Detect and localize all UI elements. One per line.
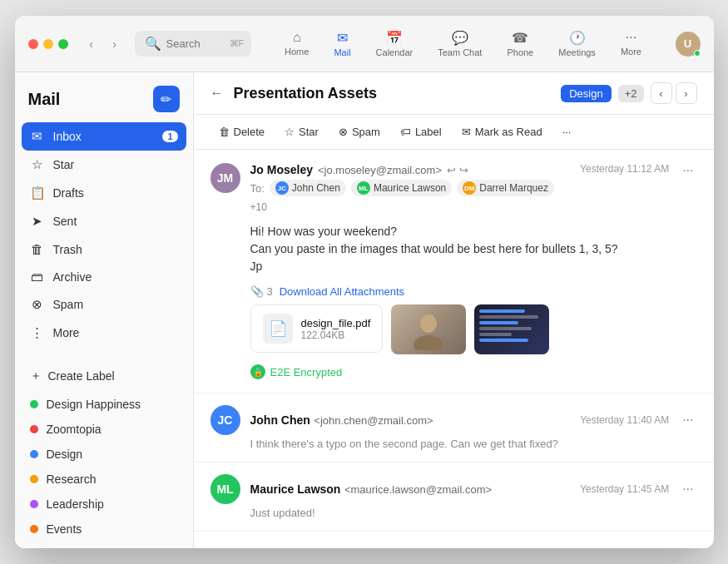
- sidebar-nav: ✉ Inbox 1 ☆ Star 📋 Drafts ➤ Sent 🗑: [15, 122, 193, 347]
- label-item-research[interactable]: Research: [22, 467, 186, 492]
- spam-button[interactable]: ⊗ Spam: [330, 121, 389, 142]
- label-dot-events: [30, 525, 38, 533]
- mark-as-read-button[interactable]: ✉ Mark as Read: [453, 121, 551, 142]
- thumbnail-person: [391, 304, 466, 354]
- file-info: design_file.pdf 122.04KB: [301, 317, 371, 341]
- label-item-design-happiness[interactable]: Design Happiness: [22, 392, 186, 417]
- email-1-sender-name: Jo Moseley: [250, 163, 313, 176]
- label-dot-design: [30, 450, 38, 458]
- email-2-avatar: JC: [210, 405, 240, 435]
- sidebar-item-archive[interactable]: 🗃 Archive: [22, 263, 186, 290]
- label-label: Label: [415, 126, 442, 138]
- email-2-initials: JC: [218, 413, 233, 427]
- sidebar-header: Mail ✏: [15, 86, 193, 122]
- content-header: ← Presentation Assets Design +2 ‹ ›: [194, 72, 714, 115]
- compose-button[interactable]: ✏: [153, 86, 180, 112]
- thread-title: Presentation Assets: [234, 85, 377, 102]
- plus-tag-badge: +2: [618, 85, 644, 102]
- sidebar-item-sent[interactable]: ➤ Sent: [22, 207, 186, 235]
- sidebar-item-inbox[interactable]: ✉ Inbox 1: [22, 122, 186, 151]
- tab-mail[interactable]: ✉ Mail: [322, 25, 362, 62]
- chat-icon: 💬: [452, 30, 468, 46]
- tab-meetings[interactable]: 🕐 Meetings: [547, 25, 607, 62]
- tab-team-chat-label: Team Chat: [438, 47, 482, 57]
- label-item-design[interactable]: Design: [22, 442, 186, 467]
- email-3-more-button[interactable]: ···: [679, 482, 696, 497]
- sidebar-item-more[interactable]: ⋮ More: [22, 319, 186, 347]
- online-indicator: [694, 50, 701, 57]
- sent-icon: ➤: [30, 214, 45, 229]
- label-icon: 🏷: [400, 126, 411, 138]
- recipient-darrel-marquez: DM Darrel Marquez: [457, 180, 554, 196]
- label-research-text: Research: [47, 472, 97, 486]
- star-button[interactable]: ☆ Star: [276, 121, 327, 142]
- prev-thread-button[interactable]: ‹: [651, 82, 672, 104]
- tab-more-label: More: [621, 47, 641, 57]
- more-nav-icon: ⋮: [30, 325, 45, 340]
- label-dot-leadership: [30, 500, 38, 508]
- thread-back-button[interactable]: ←: [210, 86, 224, 101]
- sidebar-item-inbox-label: Inbox: [53, 130, 82, 143]
- more-icon: ···: [626, 30, 636, 45]
- email-2-header: JC John Chen <john.chen@zmail.com> Yeste…: [210, 405, 697, 435]
- user-avatar-container[interactable]: U: [676, 32, 701, 57]
- mail-icon: ✉: [337, 30, 348, 46]
- delete-button[interactable]: 🗑 Delete: [210, 121, 274, 142]
- file-card-pdf[interactable]: 📄 design_file.pdf 122.04KB: [250, 304, 384, 353]
- recipient-avatar-jc: JC: [275, 181, 289, 195]
- nav-arrows: ‹ ›: [651, 82, 697, 104]
- delete-label: Delete: [234, 126, 265, 138]
- nav-buttons: ‹ ›: [82, 34, 125, 54]
- tab-more[interactable]: ··· More: [609, 25, 653, 62]
- sidebar-item-sent-label: Sent: [53, 215, 77, 228]
- minimize-button[interactable]: [43, 39, 53, 49]
- traffic-lights: [28, 39, 68, 49]
- email-3-initials: ML: [216, 482, 233, 496]
- sidebar-item-trash[interactable]: 🗑 Trash: [22, 235, 186, 263]
- label-item-zoomtopia[interactable]: Zoomtopia: [22, 417, 186, 442]
- tab-home-label: Home: [285, 47, 309, 57]
- email-item-3: ML Maurice Lawson <maurice.lawson@zmail.…: [194, 463, 714, 532]
- create-label-button[interactable]: ＋ Create Label: [15, 364, 193, 388]
- email-1-more-button[interactable]: ···: [679, 163, 696, 178]
- email-2-more-button[interactable]: ···: [679, 413, 696, 428]
- sidebar-item-drafts[interactable]: 📋 Drafts: [22, 179, 186, 207]
- phone-icon: ☎: [512, 30, 528, 46]
- download-all-link[interactable]: Download All Attachments: [280, 285, 404, 298]
- label-button[interactable]: 🏷 Label: [392, 121, 450, 142]
- sidebar-item-more-label: More: [53, 326, 80, 339]
- email-1-to-label: To:: [250, 182, 265, 195]
- search-bar[interactable]: 🔍 ⌘F: [135, 31, 251, 57]
- toolbar-more-button[interactable]: ···: [554, 121, 580, 142]
- recipient-name-ml: Maurice Lawson: [374, 182, 446, 194]
- email-3-header: ML Maurice Lawson <maurice.lawson@zmail.…: [210, 474, 697, 504]
- search-input[interactable]: [166, 37, 225, 50]
- spam-toolbar-icon: ⊗: [339, 126, 348, 138]
- close-button[interactable]: [28, 39, 38, 49]
- inbox-badge: 1: [162, 131, 177, 142]
- thumb-person-image: [391, 304, 466, 354]
- label-item-events[interactable]: Events: [22, 517, 186, 542]
- plus-recipients: +10: [250, 201, 267, 213]
- code-line-4: [479, 327, 531, 330]
- mark-read-icon: ✉: [462, 126, 471, 138]
- sidebar-item-star[interactable]: ☆ Star: [22, 151, 186, 179]
- email-1-meta: Jo Moseley <jo.moseley@zmail.com> ↩ ↪ To…: [250, 163, 571, 213]
- back-nav-button[interactable]: ‹: [82, 34, 102, 54]
- tab-home[interactable]: ⌂ Home: [273, 25, 320, 62]
- label-item-leadership[interactable]: Leadership: [22, 492, 186, 517]
- sidebar-item-spam[interactable]: ⊗ Spam: [22, 290, 186, 319]
- email-2-meta: John Chen <john.chen@zmail.com>: [250, 413, 571, 428]
- tab-calendar[interactable]: 📅 Calendar: [364, 25, 425, 62]
- next-thread-button[interactable]: ›: [676, 82, 697, 104]
- maximize-button[interactable]: [58, 39, 68, 49]
- thumbnail-code: [474, 304, 549, 354]
- attachment-pin-icon: 📎: [250, 285, 264, 298]
- toolbar: 🗑 Delete ☆ Star ⊗ Spam 🏷 Label ✉ Mar: [194, 115, 714, 150]
- forward-nav-button[interactable]: ›: [105, 34, 125, 54]
- label-events-text: Events: [47, 522, 82, 536]
- label-leadership-text: Leadership: [47, 497, 104, 511]
- e2e-icon: 🔒: [250, 364, 265, 379]
- tab-phone[interactable]: ☎ Phone: [495, 25, 545, 62]
- tab-team-chat[interactable]: 💬 Team Chat: [426, 25, 493, 62]
